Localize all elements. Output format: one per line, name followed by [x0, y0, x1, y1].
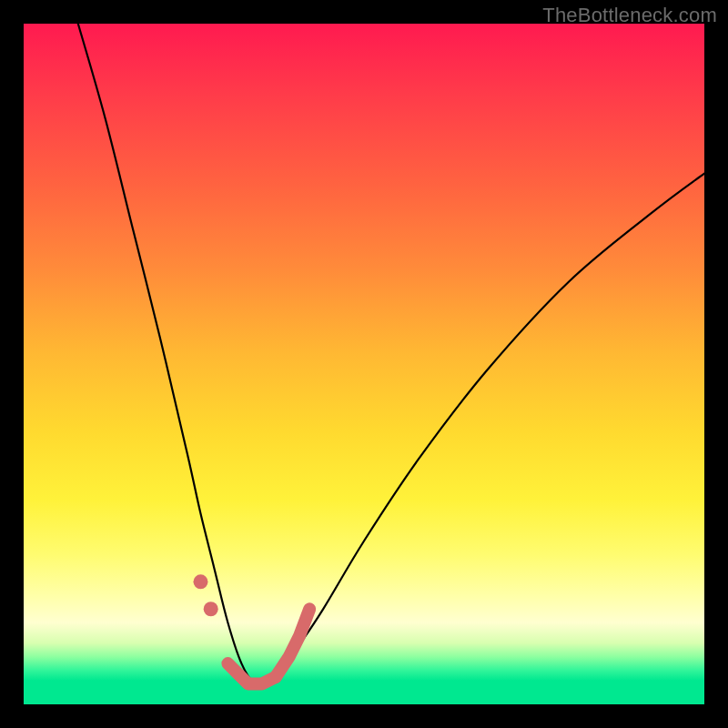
- marker-dot: [204, 602, 218, 616]
- chart-frame: TheBottleneck.com: [0, 0, 728, 728]
- marker-dot: [193, 574, 207, 589]
- plot-area: [24, 24, 704, 704]
- marker-group: [193, 574, 309, 683]
- marker-valley-segment: [228, 663, 275, 684]
- watermark-text: TheBottleneck.com: [542, 4, 717, 27]
- curve-svg: [24, 24, 704, 704]
- marker-right-segment: [276, 609, 309, 677]
- bottleneck-curve: [78, 24, 704, 686]
